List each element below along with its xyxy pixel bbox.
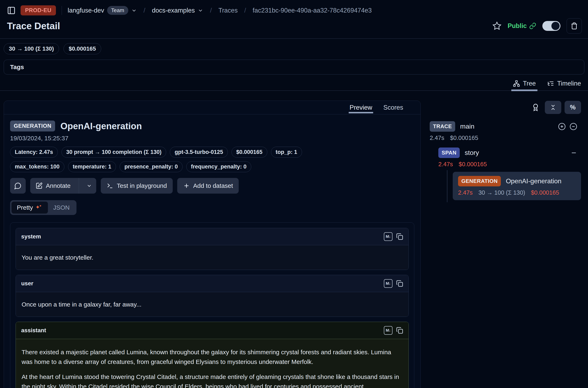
tab-preview[interactable]: Preview xyxy=(349,101,372,114)
token-usage-badge: 30 prompt → 100 completion (Σ 130) xyxy=(62,147,166,158)
comment-button[interactable] xyxy=(10,178,26,194)
assistant-paragraph: At the heart of Lumina stood the towerin… xyxy=(22,372,403,388)
breadcrumb-org[interactable]: langfuse-dev Team xyxy=(68,6,137,15)
active-tab-indicator xyxy=(349,112,373,113)
sidebar-toggle-icon[interactable] xyxy=(7,6,16,15)
annotate-button[interactable]: Annotate xyxy=(30,178,75,194)
active-tab-indicator xyxy=(511,90,537,91)
toggle-metrics-button[interactable]: % xyxy=(565,101,581,114)
divider xyxy=(62,6,62,15)
annotate-label: Annotate xyxy=(46,182,70,189)
trace-type-badge: TRACE xyxy=(430,121,455,132)
copy-icon[interactable] xyxy=(396,280,403,287)
span-type-badge: SPAN xyxy=(438,147,460,158)
breadcrumb-traces-link[interactable]: Traces xyxy=(218,7,238,14)
tab-timeline-label: Timeline xyxy=(557,80,581,87)
test-in-playground-button[interactable]: Test in playground xyxy=(101,178,173,194)
param-temperature-badge: temperature: 1 xyxy=(68,161,116,172)
cost-badge: $0.000165 xyxy=(64,43,101,54)
message-user: user M↓ Once upon a time in a galaxy far… xyxy=(16,275,409,317)
chevron-down-icon[interactable] xyxy=(131,8,137,13)
tree-node-generation-selected[interactable]: GENERATION OpenAI-generation 2.47s 30 → … xyxy=(453,172,581,200)
tree-node-span[interactable]: SPAN story xyxy=(438,147,581,158)
delete-trace-button[interactable] xyxy=(567,18,582,34)
markdown-toggle-icon[interactable]: M↓ xyxy=(384,232,392,241)
generation-tokens: 30 → 100 (Σ 130) xyxy=(478,189,525,196)
copy-icon[interactable] xyxy=(396,233,403,240)
divider xyxy=(79,178,79,194)
tree-node-trace[interactable]: TRACE main xyxy=(430,121,581,132)
org-name: langfuse-dev xyxy=(68,7,104,14)
annotate-split-button: Annotate xyxy=(30,178,96,194)
param-presence-penalty-badge: presence_penalty: 0 xyxy=(120,161,182,172)
observation-timestamp: 19/03/2024, 15:25:37 xyxy=(10,135,414,142)
tab-scores[interactable]: Scores xyxy=(384,101,403,114)
cost-badge: $0.000165 xyxy=(231,147,267,158)
collapse-all-button[interactable] xyxy=(545,101,561,114)
collapse-node-icon[interactable] xyxy=(570,149,577,156)
page-header: Trace Detail Public xyxy=(0,15,588,39)
span-latency: 2.47s xyxy=(438,161,453,168)
award-icon[interactable] xyxy=(532,103,540,111)
tab-preview-label: Preview xyxy=(349,104,372,111)
org-type-badge: Team xyxy=(107,6,129,15)
trace-latency: 2.47s xyxy=(430,135,444,141)
message-role-label: assistant xyxy=(21,327,46,334)
view-tabs: Tree Timeline xyxy=(0,74,588,91)
markdown-toggle-icon[interactable]: M↓ xyxy=(384,279,392,288)
token-usage-badge: 30 → 100 (Σ 130) xyxy=(4,43,59,54)
expand-all-icon[interactable] xyxy=(558,123,566,130)
span-name: story xyxy=(465,149,479,157)
add-to-dataset-button[interactable]: Add to dataset xyxy=(177,178,239,194)
annotate-pen-icon xyxy=(36,182,43,189)
format-toggle: Pretty ✦✦ JSON xyxy=(10,200,76,215)
breadcrumb-project[interactable]: docs-examples xyxy=(152,7,203,14)
annotate-dropdown-button[interactable] xyxy=(82,178,96,194)
observation-meta-badges: Latency: 2.47s 30 prompt → 100 completio… xyxy=(10,147,302,172)
public-toggle[interactable] xyxy=(542,21,561,31)
model-badge[interactable]: gpt-3.5-turbo-0125 xyxy=(170,147,228,158)
collapse-all-icon[interactable] xyxy=(569,123,577,130)
card-tabs: Preview Scores xyxy=(4,101,420,114)
tags-box[interactable]: Tags xyxy=(4,60,584,74)
message-system: system M↓ You are a great storyteller. xyxy=(16,228,409,270)
trace-metrics: 2.47s $0.000165 xyxy=(430,135,581,141)
public-label: Public xyxy=(508,22,527,30)
link-icon xyxy=(529,23,536,29)
playground-label: Test in playground xyxy=(117,182,167,189)
plus-icon xyxy=(183,182,190,189)
param-frequency-penalty-badge: frequency_penalty: 0 xyxy=(186,161,251,172)
bookmark-star-icon[interactable] xyxy=(492,21,501,30)
format-json-segment[interactable]: JSON xyxy=(48,202,75,214)
generation-cost: $0.000165 xyxy=(531,189,559,196)
generation-name: OpenAI-generation xyxy=(506,177,561,185)
tree-panel-toolbar: % xyxy=(430,101,581,114)
trace-name: main xyxy=(460,123,474,130)
public-share-link[interactable]: Public xyxy=(508,22,536,30)
tab-tree[interactable]: Tree xyxy=(513,80,536,87)
project-name: docs-examples xyxy=(152,7,195,14)
span-cost: $0.000165 xyxy=(459,161,487,168)
tab-timeline[interactable]: Timeline xyxy=(547,80,581,87)
chevron-down-icon[interactable] xyxy=(198,8,203,13)
tags-label: Tags xyxy=(10,64,24,71)
environment-badge: PROD-EU xyxy=(21,5,56,15)
percent-icon: % xyxy=(570,104,576,111)
message-content: Once upon a time in a galaxy far, far aw… xyxy=(16,292,408,317)
markdown-toggle-icon[interactable]: M↓ xyxy=(384,326,392,335)
param-max-tokens-badge: max_tokens: 100 xyxy=(10,161,64,172)
sparkles-icon: ✦✦ xyxy=(35,204,42,210)
message-content: There existed a majestic planet called L… xyxy=(16,339,408,388)
trace-summary-badges: 30 → 100 (Σ 130) $0.000165 xyxy=(0,39,588,54)
trace-tree-panel: % TRACE main 2.47s $0.000165 xyxy=(430,101,584,200)
observation-name: OpenAI-generation xyxy=(60,121,142,131)
assistant-paragraph: There existed a majestic planet called L… xyxy=(22,347,403,367)
copy-icon[interactable] xyxy=(396,327,403,334)
terminal-icon xyxy=(107,182,113,189)
latency-badge: Latency: 2.47s xyxy=(10,147,58,158)
io-container: system M↓ You are a great storyteller. u… xyxy=(10,222,414,388)
page-title: Trace Detail xyxy=(7,20,60,31)
message-content: You are a great storyteller. xyxy=(16,245,408,270)
tab-tree-label: Tree xyxy=(523,80,536,87)
format-pretty-segment[interactable]: Pretty ✦✦ xyxy=(12,202,48,214)
